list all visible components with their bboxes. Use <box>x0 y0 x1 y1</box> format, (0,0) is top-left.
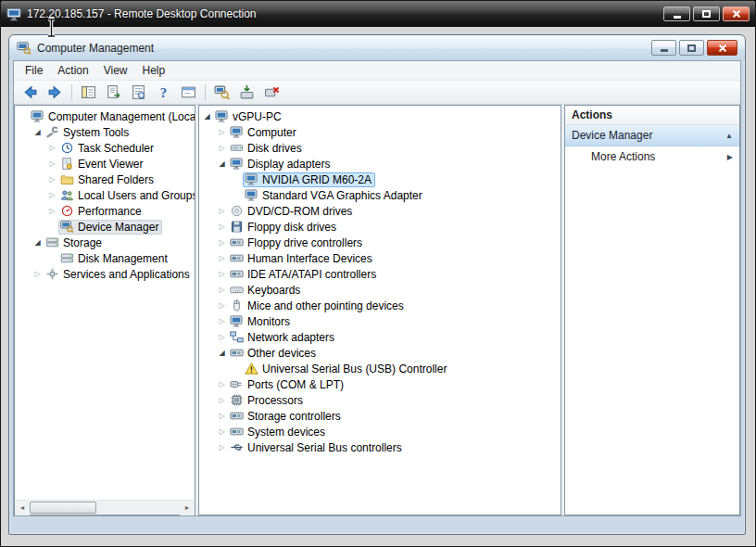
tree-item-floppy-drive-controllers[interactable]: ▷Floppy drive controllers <box>199 235 561 250</box>
rdp-minimize-button[interactable] <box>663 6 690 21</box>
tree-item-local-users-and-groups[interactable]: ▷Local Users and Groups <box>15 187 195 203</box>
export-list-button[interactable] <box>102 82 125 103</box>
horizontal-scrollbar[interactable]: ◄ ► <box>15 500 195 515</box>
tree-item-event-viewer[interactable]: ▷Event Viewer <box>15 156 195 172</box>
tree-item-other-devices[interactable]: ◢Other devices <box>199 345 561 361</box>
tree-item-floppy-disk-drives[interactable]: ▷Floppy disk drives <box>199 219 561 235</box>
tree-item-dvd-cd-rom-drives[interactable]: ▷DVD/CD-ROM drives <box>199 203 561 219</box>
new-window-button[interactable] <box>177 82 200 103</box>
tree-item-mice-and-other-pointing-devices[interactable]: ▷Mice and other pointing devices <box>199 298 561 313</box>
cm-content: FileActionViewHelp ? Computer Management… <box>13 60 741 516</box>
console-tree-button[interactable] <box>77 82 100 103</box>
twisty-collapsed-icon[interactable]: ▷ <box>216 329 228 345</box>
cm-titlebar[interactable]: Computer Management <box>9 35 745 60</box>
twisty-collapsed-icon[interactable]: ▷ <box>216 439 228 455</box>
tree-item-processors[interactable]: ▷Processors <box>199 392 561 408</box>
twisty-expanded-icon[interactable]: ◢ <box>216 156 228 172</box>
actions-group-label: Device Manager <box>572 129 652 142</box>
tree-item-shared-folders[interactable]: ▷Shared Folders <box>15 172 195 187</box>
twisty-collapsed-icon[interactable]: ▷ <box>32 266 44 282</box>
tree-item-monitors[interactable]: ▷Monitors <box>199 313 561 329</box>
twisty-collapsed-icon[interactable]: ▷ <box>216 424 228 439</box>
twisty-expanded-icon[interactable]: ◢ <box>32 124 44 140</box>
menu-view[interactable]: View <box>96 62 135 79</box>
menu-file[interactable]: File <box>18 62 50 79</box>
actions-group-device-manager[interactable]: Device Manager ▲ <box>565 125 739 146</box>
scan-hardware-button[interactable] <box>210 82 233 103</box>
close-icon <box>718 44 727 53</box>
update-driver-button[interactable] <box>235 82 258 103</box>
twisty-collapsed-icon[interactable]: ▷ <box>216 235 228 250</box>
twisty-expanded-icon[interactable]: ◢ <box>32 235 44 250</box>
tree-item-nvidia-grid-m60-2a[interactable]: NVIDIA GRID M60-2A <box>199 172 561 187</box>
tree-item-storage-controllers[interactable]: ▷Storage controllers <box>199 408 561 424</box>
tree-item-universal-serial-bus-controllers[interactable]: ▷Universal Serial Bus controllers <box>199 439 561 455</box>
submenu-arrow-icon[interactable]: ▶ <box>727 153 733 161</box>
collapse-group-icon[interactable]: ▲ <box>725 132 733 140</box>
tree-item-device-manager[interactable]: Device Manager <box>15 219 195 235</box>
rdp-close-button[interactable] <box>723 6 750 21</box>
twisty-collapsed-icon[interactable]: ▷ <box>216 203 228 219</box>
twisty-collapsed-icon[interactable]: ▷ <box>216 140 228 156</box>
scroll-right-button[interactable]: ► <box>180 501 195 515</box>
tree-item-system-devices[interactable]: ▷System devices <box>199 424 561 439</box>
tree-item-human-interface-devices[interactable]: ▷Human Interface Devices <box>199 250 561 266</box>
twisty-collapsed-icon[interactable]: ▷ <box>216 282 228 298</box>
tree-item-disk-management[interactable]: Disk Management <box>15 250 195 266</box>
forward-button[interactable] <box>44 82 67 103</box>
rdp-maximize-button[interactable] <box>693 6 720 21</box>
properties-button[interactable] <box>127 82 150 103</box>
tree-item-ports-com-lpt[interactable]: ▷Ports (COM & LPT) <box>199 376 561 392</box>
tree-item-universal-serial-bus-usb-controller[interactable]: Universal Serial Bus (USB) Controller <box>199 361 561 376</box>
tree-item-label: Task Scheduler <box>78 142 154 155</box>
twisty-expanded-icon[interactable]: ◢ <box>216 345 228 361</box>
tree-item-keyboards[interactable]: ▷Keyboards <box>199 282 561 298</box>
twisty-collapsed-icon[interactable]: ▷ <box>46 156 58 172</box>
scrollbar-track[interactable] <box>30 501 180 515</box>
twisty-collapsed-icon[interactable]: ▷ <box>46 203 58 219</box>
twisty-collapsed-icon[interactable]: ▷ <box>46 172 58 187</box>
cd-icon <box>230 205 244 217</box>
tree-item-performance[interactable]: ▷Performance <box>15 203 195 219</box>
cm-close-button[interactable] <box>707 40 737 56</box>
toolbar: ? <box>14 81 740 105</box>
other-icon <box>230 347 244 359</box>
cm-minimize-button[interactable] <box>651 40 676 56</box>
twisty-collapsed-icon[interactable]: ▷ <box>46 187 58 203</box>
twisty-collapsed-icon[interactable]: ▷ <box>216 298 228 313</box>
twisty-collapsed-icon[interactable]: ▷ <box>46 140 58 156</box>
tree-item-computer[interactable]: ▷Computer <box>199 124 561 140</box>
cm-maximize-button[interactable] <box>679 40 704 56</box>
back-button[interactable] <box>19 82 42 103</box>
tree-item-ide-ata-atapi-controllers[interactable]: ▷IDE ATA/ATAPI controllers <box>199 266 561 282</box>
twisty-collapsed-icon[interactable]: ▷ <box>216 219 228 235</box>
tree-item-storage[interactable]: ◢Storage <box>15 235 195 250</box>
tree-item-vgpu-pc[interactable]: ◢vGPU-PC <box>199 108 561 124</box>
help-button[interactable]: ? <box>152 82 175 103</box>
tree-item-standard-vga-graphics-adapter[interactable]: Standard VGA Graphics Adapter <box>199 187 561 203</box>
tree-item-task-scheduler[interactable]: ▷Task Scheduler <box>15 140 195 156</box>
storage-controller-icon <box>230 410 244 422</box>
menu-action[interactable]: Action <box>50 62 95 79</box>
twisty-collapsed-icon[interactable]: ▷ <box>216 408 228 424</box>
twisty-collapsed-icon[interactable]: ▷ <box>216 313 228 329</box>
tree-item-disk-drives[interactable]: ▷Disk drives <box>199 140 561 156</box>
more-actions-item[interactable]: More Actions ▶ <box>565 146 739 167</box>
twisty-collapsed-icon[interactable]: ▷ <box>216 124 228 140</box>
tree-item-services-and-applications[interactable]: ▷Services and Applications <box>15 266 195 282</box>
tree-item-network-adapters[interactable]: ▷Network adapters <box>199 329 561 345</box>
uninstall-button[interactable] <box>260 82 284 103</box>
floppy-icon <box>230 221 244 233</box>
tree-item-system-tools[interactable]: ◢System Tools <box>15 124 195 140</box>
twisty-collapsed-icon[interactable]: ▷ <box>216 376 228 392</box>
twisty-collapsed-icon[interactable]: ▷ <box>216 250 228 266</box>
rdp-titlebar[interactable]: 172.20.185.157 - Remote Desktop Connecti… <box>1 1 755 27</box>
twisty-collapsed-icon[interactable]: ▷ <box>216 392 228 408</box>
tree-item-display-adapters[interactable]: ◢Display adapters <box>199 156 561 172</box>
scroll-left-button[interactable]: ◄ <box>15 501 30 515</box>
twisty-expanded-icon[interactable]: ◢ <box>201 108 213 124</box>
twisty-collapsed-icon[interactable]: ▷ <box>216 266 228 282</box>
scrollbar-thumb[interactable] <box>30 502 96 514</box>
tree-item-computer-management-local[interactable]: Computer Management (Local <box>15 108 195 124</box>
menu-help[interactable]: Help <box>135 62 173 79</box>
